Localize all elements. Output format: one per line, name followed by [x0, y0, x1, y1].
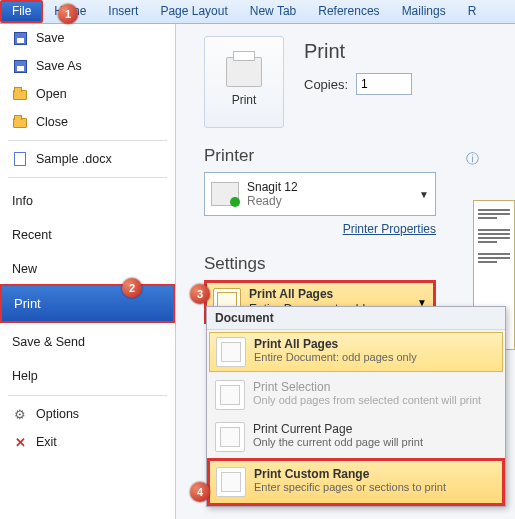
printer-heading: Printer: [204, 146, 503, 166]
option-print-custom-range[interactable]: Print Custom RangeEnter specific pages o…: [207, 458, 505, 506]
tab-insert[interactable]: Insert: [97, 0, 149, 23]
nav-save-send[interactable]: Save & Send: [0, 323, 175, 357]
nav-new[interactable]: New: [0, 250, 175, 284]
nav-info[interactable]: Info: [0, 182, 175, 216]
settings-sel-title: Print All Pages: [249, 287, 333, 301]
pages-icon: [215, 380, 245, 410]
nav-save[interactable]: Save: [0, 24, 175, 52]
printer-properties-link[interactable]: Printer Properties: [204, 222, 436, 236]
backstage-nav: Save Save As Open Close Sample .docx Inf…: [0, 24, 176, 519]
printer-status-icon: [211, 182, 239, 206]
copies-input[interactable]: [356, 73, 412, 95]
nav-options[interactable]: Options: [0, 400, 175, 428]
nav-recent[interactable]: Recent: [0, 216, 175, 250]
tab-references[interactable]: References: [307, 0, 390, 23]
divider: [8, 140, 167, 141]
opt-title: Print Custom Range: [254, 467, 369, 481]
nav-sample-doc[interactable]: Sample .docx: [0, 145, 175, 173]
document-icon: [12, 151, 28, 167]
print-heading: Print: [304, 40, 412, 63]
tab-page-layout[interactable]: Page Layout: [149, 0, 238, 23]
opt-sub: Only the current odd page will print: [253, 436, 423, 448]
printer-status: Ready: [247, 194, 298, 208]
save-as-icon: [12, 58, 28, 74]
copies-label: Copies:: [304, 77, 348, 92]
tab-mailings[interactable]: Mailings: [391, 0, 457, 23]
callout-3: 3: [190, 284, 210, 304]
pages-range-icon: [216, 467, 246, 497]
nav-open-label: Open: [36, 87, 67, 101]
opt-title: Print All Pages: [254, 337, 338, 351]
printer-name: Snagit 12: [247, 180, 298, 194]
close-icon: [12, 114, 28, 130]
nav-options-label: Options: [36, 407, 79, 421]
opt-sub: Entire Document: odd pages only: [254, 351, 417, 363]
printer-select[interactable]: Snagit 12 Ready ▼: [204, 172, 436, 216]
nav-help[interactable]: Help: [0, 357, 175, 391]
pages-icon: [216, 337, 246, 367]
nav-exit-label: Exit: [36, 435, 57, 449]
open-icon: [12, 86, 28, 102]
tab-file[interactable]: File: [0, 0, 43, 23]
dropdown-section-header: Document: [207, 307, 505, 330]
nav-sample-label: Sample .docx: [36, 152, 112, 166]
print-button[interactable]: Print: [204, 36, 284, 128]
pages-dropdown: Document Print All PagesEntire Document:…: [206, 306, 506, 507]
option-print-all-pages[interactable]: Print All PagesEntire Document: odd page…: [209, 332, 503, 372]
divider: [8, 177, 167, 178]
nav-save-as[interactable]: Save As: [0, 52, 175, 80]
settings-heading: Settings: [204, 254, 503, 274]
callout-1: 1: [58, 4, 78, 24]
option-print-current-page[interactable]: Print Current PageOnly the current odd p…: [207, 416, 505, 458]
nav-close-label: Close: [36, 115, 68, 129]
callout-2: 2: [122, 278, 142, 298]
nav-save-label: Save: [36, 31, 65, 45]
nav-print[interactable]: Print: [0, 284, 175, 323]
opt-sub: Only odd pages from selected content wil…: [253, 394, 481, 406]
info-icon[interactable]: ⓘ: [466, 150, 479, 168]
tab-new-tab[interactable]: New Tab: [239, 0, 307, 23]
option-print-selection: Print SelectionOnly odd pages from selec…: [207, 374, 505, 416]
chevron-down-icon: ▼: [419, 189, 429, 200]
opt-sub: Enter specific pages or sections to prin…: [254, 481, 446, 493]
nav-close[interactable]: Close: [0, 108, 175, 136]
gear-icon: [12, 406, 28, 422]
callout-4: 4: [190, 482, 210, 502]
tab-cut[interactable]: R: [457, 0, 488, 23]
exit-icon: ✕: [12, 434, 28, 450]
opt-title: Print Current Page: [253, 422, 423, 436]
divider: [8, 395, 167, 396]
save-icon: [12, 30, 28, 46]
nav-save-as-label: Save As: [36, 59, 82, 73]
print-button-label: Print: [232, 93, 257, 107]
page-icon: [215, 422, 245, 452]
nav-exit[interactable]: ✕Exit: [0, 428, 175, 456]
nav-open[interactable]: Open: [0, 80, 175, 108]
printer-icon: [226, 57, 262, 87]
opt-title: Print Selection: [253, 380, 481, 394]
